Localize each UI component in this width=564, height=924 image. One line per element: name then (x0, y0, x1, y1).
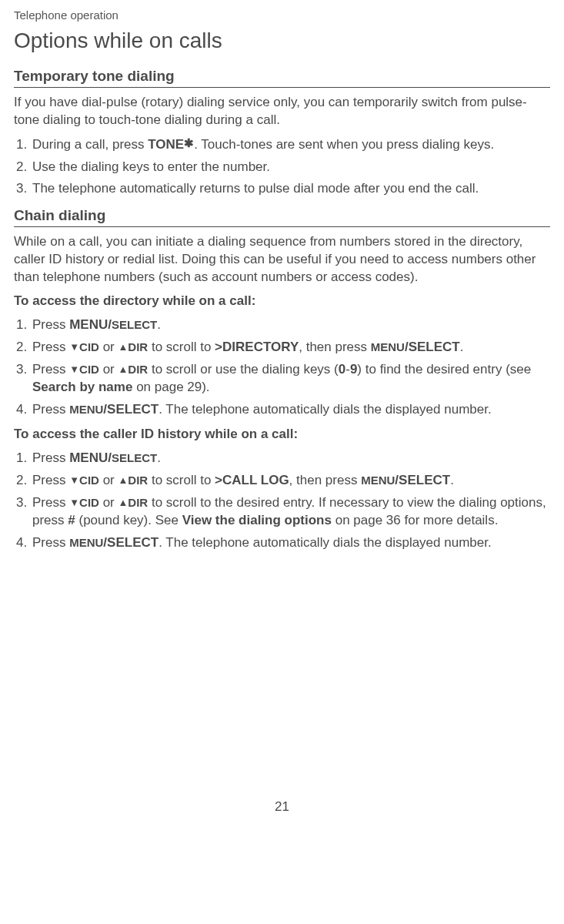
page-title: Options while on calls (14, 26, 550, 55)
tone-key-label: TONE (148, 137, 184, 152)
header-label: Telephone operation (14, 8, 550, 23)
section1-step1: During a call, press TONE✱. Touch-tones … (31, 136, 550, 154)
text: Press (32, 495, 69, 510)
text: (pound key). See (75, 513, 182, 527)
digit-9: 9 (350, 362, 357, 377)
text: on page 36 for more details. (332, 513, 498, 527)
up-arrow-icon: ▲ (118, 497, 128, 508)
text: Press (32, 362, 69, 377)
dir-label: DIR (128, 474, 148, 487)
section-heading-temporary-tone: Temporary tone dialing (14, 66, 550, 88)
dir-label: DIR (128, 340, 148, 353)
dir-label: DIR (128, 363, 148, 376)
section-heading-chain-dialing: Chain dialing (14, 206, 550, 227)
down-arrow-icon: ▼ (69, 341, 79, 353)
text: or (99, 362, 118, 377)
text: Press (32, 473, 69, 487)
text: . (157, 450, 161, 465)
text: or (99, 340, 118, 354)
section1-step3: The telephone automatically returns to p… (31, 180, 550, 198)
sub2-step2: Press ▼CID or ▲DIR to scroll to >CALL LO… (31, 472, 550, 490)
sub2-step1: Press MENU/SELECT. (31, 450, 550, 467)
text: Press (32, 450, 69, 465)
cid-label: CID (79, 496, 99, 509)
menu-label: MENU (361, 474, 395, 487)
down-arrow-icon: ▼ (69, 474, 79, 486)
sub1-step2: Press ▼CID or ▲DIR to scroll to >DIRECTO… (31, 339, 550, 357)
sub2-step3: Press ▼CID or ▲DIR to scroll to the desi… (31, 494, 550, 530)
section1-step2: Use the dialing keys to enter the number… (31, 159, 550, 176)
sub2-step4: Press MENU/SELECT. The telephone automat… (31, 534, 550, 552)
menu-label: MENU/ (69, 450, 112, 465)
dir-label: DIR (128, 496, 148, 509)
select-label: /SELECT (103, 402, 159, 417)
sub1-title: To access the directory while on a call: (14, 293, 550, 310)
section2-intro: While on a call, you can initiate a dial… (14, 233, 550, 286)
text: , then press (289, 473, 362, 487)
menu-label: MENU (69, 536, 103, 549)
digit-0: 0 (339, 362, 345, 377)
cid-label: CID (79, 340, 99, 353)
sub1-step3: Press ▼CID or ▲DIR to scroll or use the … (31, 361, 550, 397)
call-log-label: >CALL LOG (215, 473, 289, 487)
text: to scroll to (148, 340, 215, 354)
cid-label: CID (79, 363, 99, 376)
text: . (157, 317, 161, 332)
up-arrow-icon: ▲ (118, 363, 128, 375)
down-arrow-icon: ▼ (69, 363, 79, 375)
text: or (99, 473, 118, 487)
search-by-name-ref: Search by name (32, 380, 132, 394)
down-arrow-icon: ▼ (69, 497, 79, 508)
text: Press (32, 535, 69, 550)
text: During a call, press (32, 137, 148, 152)
select-label: SELECT (112, 451, 157, 464)
text: . The telephone automatically dials the … (159, 535, 492, 550)
select-label: /SELECT (395, 473, 450, 487)
sub2-title: To access the caller ID history while on… (14, 426, 550, 444)
menu-label: MENU (69, 403, 103, 416)
menu-label: MENU/ (69, 317, 112, 332)
text: Press (32, 317, 69, 332)
select-label: /SELECT (103, 535, 159, 550)
text: on page 29). (132, 380, 209, 394)
text: . (460, 340, 464, 354)
menu-label: MENU (371, 340, 405, 353)
asterisk-icon: ✱ (184, 136, 194, 149)
view-dialing-options-ref: View the dialing options (182, 513, 332, 527)
text: or (99, 495, 118, 510)
page-number: 21 (14, 798, 550, 816)
sub2-steps: Press MENU/SELECT. Press ▼CID or ▲DIR to… (14, 450, 550, 552)
text: Press (32, 402, 69, 417)
sub1-step1: Press MENU/SELECT. (31, 316, 550, 334)
text: , then press (299, 340, 371, 354)
text: to scroll to (148, 473, 215, 487)
sub1-step4: Press MENU/SELECT. The telephone automat… (31, 401, 550, 419)
select-label: /SELECT (405, 340, 460, 354)
text: . The telephone automatically dials the … (159, 402, 492, 417)
text: ) to find the desired entry (see (357, 362, 531, 377)
text: to scroll or use the dialing keys ( (148, 362, 339, 377)
text: . Touch-tones are sent when you press di… (194, 137, 494, 152)
directory-label: >DIRECTORY (215, 340, 299, 354)
select-label: SELECT (112, 318, 157, 331)
section1-steps: During a call, press TONE✱. Touch-tones … (14, 136, 550, 199)
up-arrow-icon: ▲ (118, 341, 128, 353)
section1-intro: If you have dial-pulse (rotary) dialing … (14, 94, 550, 129)
text: . (450, 473, 454, 487)
text: Press (32, 340, 69, 354)
cid-label: CID (79, 474, 99, 487)
up-arrow-icon: ▲ (118, 474, 128, 486)
pound-key: # (68, 513, 75, 527)
sub1-steps: Press MENU/SELECT. Press ▼CID or ▲DIR to… (14, 316, 550, 419)
